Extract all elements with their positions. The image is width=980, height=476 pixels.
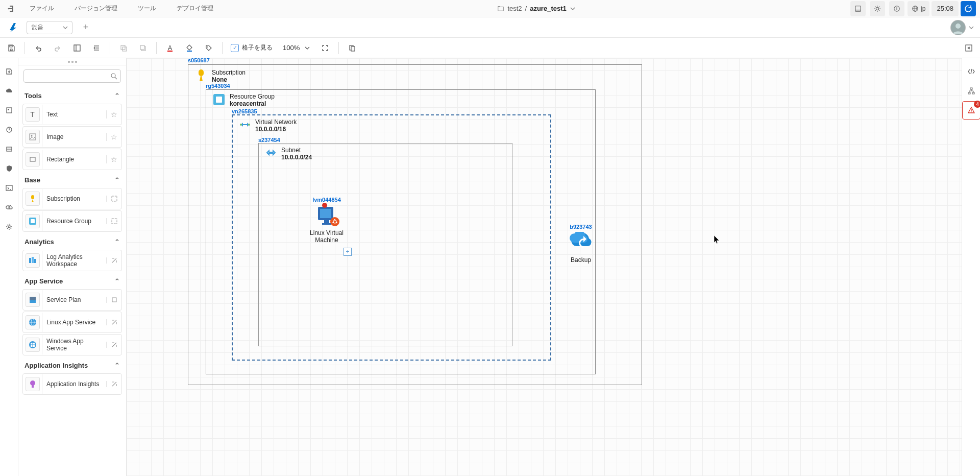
palette-item-resource-group[interactable]: Resource Group — [22, 210, 122, 232]
palette-item-service-plan[interactable]: Service Plan — [22, 289, 122, 311]
info-button[interactable] — [889, 1, 904, 16]
rail-security-button[interactable] — [0, 159, 18, 178]
resource-group-node[interactable]: Resource Group koreacentral vn265835 Vir… — [206, 89, 596, 374]
globe-icon — [912, 5, 919, 12]
palette-item-windows-app[interactable]: Windows App Service — [22, 334, 122, 355]
rail-terminal-button[interactable] — [0, 179, 18, 197]
palette-drag-handle[interactable] — [18, 58, 126, 65]
vm-node[interactable]: lvm044854 — [304, 197, 350, 244]
rail-code-button[interactable] — [962, 62, 980, 81]
grid-toggle[interactable]: ✓ 格子を見る — [227, 43, 277, 52]
svg-line-43 — [115, 77, 117, 79]
menu-deploy[interactable]: デプロイ管理 — [166, 0, 224, 17]
avatar[interactable] — [950, 20, 966, 35]
menu-file[interactable]: ファイル — [19, 0, 64, 17]
rail-export-button[interactable] — [0, 62, 18, 81]
virtual-network-node[interactable]: Virtual Network 10.0.0.0/16 s237454 Subn… — [232, 114, 551, 361]
subscription-node[interactable]: Subscription None rg543034 Resource Grou… — [188, 64, 642, 385]
section-appservice[interactable]: App Service ⌃ — [18, 272, 126, 289]
connect-icon[interactable] — [106, 381, 121, 387]
rail-deploy-button[interactable] — [0, 101, 18, 120]
environment-dropdown[interactable]: 없음 — [27, 21, 72, 34]
sn-id: s237454 — [258, 137, 280, 143]
vm-title: Linux Virtual Machine — [304, 229, 350, 244]
chevron-down-icon — [63, 25, 68, 30]
rail-history-button[interactable] — [0, 121, 18, 139]
breadcrumb-file: azure_test1 — [530, 5, 567, 12]
section-appinsights[interactable]: Application Insights ⌃ — [18, 356, 126, 373]
undo-button[interactable] — [29, 39, 47, 57]
structure-icon[interactable] — [106, 196, 121, 202]
subnet-node[interactable]: Subnet 10.0.0.0/24 lvm044854 — [258, 143, 512, 346]
svg-rect-24 — [121, 45, 125, 50]
svg-rect-44 — [30, 134, 36, 140]
structure-icon[interactable] — [106, 218, 121, 224]
palette-item-rectangle[interactable]: Rectangle ☆ — [22, 149, 122, 170]
duplicate-button[interactable] — [343, 39, 361, 57]
svg-rect-47 — [112, 196, 117, 201]
text-color-button[interactable]: A — [161, 39, 179, 57]
expand-panel-button[interactable] — [960, 39, 978, 57]
star-icon[interactable]: ☆ — [106, 110, 121, 118]
copy-button[interactable] — [114, 39, 133, 57]
language-button[interactable]: jp — [908, 1, 929, 16]
layout-button[interactable] — [68, 39, 86, 57]
fullscreen-button[interactable] — [316, 39, 334, 57]
save-button[interactable] — [2, 39, 20, 57]
zoom-select[interactable]: 100% — [278, 44, 315, 52]
palette-item-log-analytics[interactable]: Log Analytics Workspace — [22, 250, 122, 271]
menu-tools[interactable]: ツール — [128, 0, 166, 17]
section-tools[interactable]: Tools ⌃ — [18, 87, 126, 104]
palette-item-subscription[interactable]: Subscription — [22, 188, 122, 209]
connect-icon[interactable] — [106, 257, 121, 264]
breadcrumb[interactable]: test2 / azure_test1 — [224, 5, 849, 12]
palette-item-text[interactable]: T Text ☆ — [22, 104, 122, 125]
rail-warnings-button[interactable]: 4 — [962, 101, 980, 120]
box-icon[interactable] — [106, 297, 121, 303]
azure-logo — [6, 20, 20, 35]
resource-group-icon — [212, 93, 226, 106]
svg-point-70 — [248, 124, 250, 126]
svg-rect-53 — [34, 259, 36, 263]
subscription-id: s050687 — [188, 58, 210, 63]
section-base[interactable]: Base ⌃ — [18, 171, 126, 188]
paste-button[interactable] — [134, 39, 152, 57]
star-icon[interactable]: ☆ — [106, 133, 121, 141]
dropdown-label: 없음 — [31, 23, 43, 32]
connect-icon[interactable] — [106, 342, 121, 348]
panel-toggle-button[interactable] — [850, 1, 866, 16]
chevron-down-icon[interactable] — [969, 25, 974, 30]
search-input[interactable] — [23, 69, 121, 83]
rail-upload-button[interactable] — [0, 198, 18, 217]
rail-settings-button[interactable] — [0, 218, 18, 236]
refresh-button[interactable] — [961, 1, 976, 16]
svg-rect-63 — [31, 345, 33, 347]
palette-item-image[interactable]: Image ☆ — [22, 126, 122, 148]
add-button[interactable]: + — [79, 20, 93, 35]
canvas[interactable]: s050687 Subscription None rg543034 Resou… — [127, 58, 962, 476]
rg-title: Resource Group — [230, 93, 275, 100]
svg-rect-33 — [351, 46, 355, 51]
svg-rect-68 — [216, 97, 222, 103]
outdent-button[interactable] — [87, 39, 106, 57]
rail-tree-button[interactable] — [962, 82, 980, 100]
exit-button[interactable] — [2, 0, 19, 17]
section-analytics[interactable]: Analytics ⌃ — [18, 233, 126, 250]
rail-database-button[interactable] — [0, 140, 18, 158]
vm-add-button[interactable]: + — [344, 248, 352, 256]
breadcrumb-folder: test2 — [507, 5, 522, 12]
fill-color-button[interactable] — [180, 39, 199, 57]
menu-version[interactable]: バージョン管理 — [64, 0, 128, 17]
svg-point-60 — [29, 341, 36, 348]
star-icon[interactable]: ☆ — [106, 155, 121, 163]
rail-cloud-button[interactable] — [0, 82, 18, 100]
subnet-icon — [265, 147, 277, 159]
connect-icon[interactable] — [106, 319, 121, 325]
tag-button[interactable] — [200, 39, 218, 57]
palette-item-linux-app[interactable]: Linux App Service — [22, 312, 122, 333]
theme-button[interactable] — [870, 1, 885, 16]
backup-title: Backup — [560, 256, 601, 264]
palette-item-appinsights[interactable]: Application Insights — [22, 373, 122, 395]
backup-node[interactable]: b923743 Backup — [560, 224, 601, 264]
redo-button[interactable] — [48, 39, 67, 57]
